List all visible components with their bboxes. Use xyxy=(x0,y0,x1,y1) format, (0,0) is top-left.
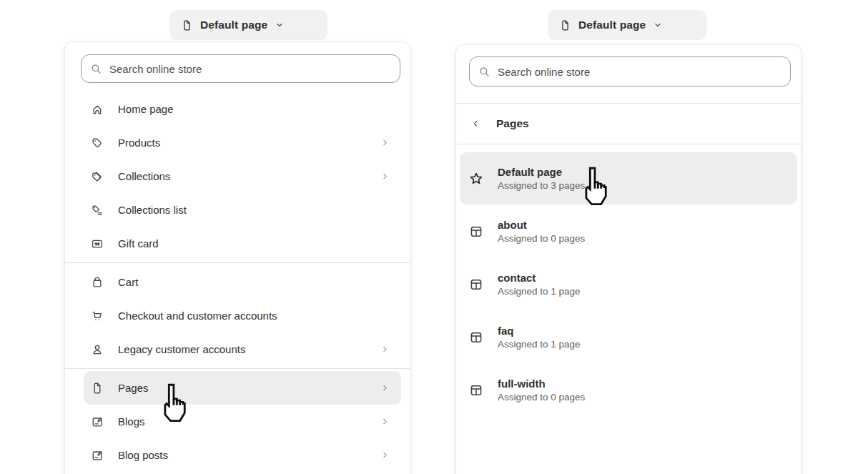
menu-item-label: Pages xyxy=(118,382,380,394)
collections-list-icon xyxy=(91,204,104,217)
item-title: Default page xyxy=(498,166,585,178)
dropdown-label: Default page xyxy=(200,19,267,31)
menu-item-label: Blogs xyxy=(118,415,380,428)
menu-item-pages[interactable]: Pages xyxy=(84,371,401,405)
page-icon xyxy=(91,382,104,395)
cart-icon xyxy=(91,310,104,322)
chevron-right-icon xyxy=(380,417,390,426)
default-page-dropdown-left[interactable]: Default page xyxy=(169,10,327,40)
search-input[interactable] xyxy=(498,66,781,78)
item-subtitle: Assigned to 0 pages xyxy=(498,392,585,403)
search-icon xyxy=(478,66,490,78)
search-input[interactable] xyxy=(109,63,391,75)
menu-item-label: Home page xyxy=(118,103,390,115)
item-title: contact xyxy=(498,272,581,284)
store-nav-popover: Home page Products Collections Collectio… xyxy=(64,41,410,474)
menu-item-gift-card[interactable]: Gift card xyxy=(84,227,401,260)
page-selector-screen: Default page Home page Products Collecti… xyxy=(0,0,868,474)
menu-item-legacy-customer-accounts[interactable]: Legacy customer accounts xyxy=(84,332,401,366)
tag-icon xyxy=(91,137,104,149)
menu-item-collections[interactable]: Collections xyxy=(84,159,401,193)
menu-item-label: Collections list xyxy=(118,204,390,216)
menu-divider xyxy=(65,368,410,369)
menu-item-collections-list[interactable]: Collections list xyxy=(84,193,401,227)
list-item-full-width[interactable]: full-width Assigned to 0 pages xyxy=(460,364,797,416)
subheader-title: Pages xyxy=(496,117,529,130)
pages-popover: Pages Default page Assigned to 3 pages a… xyxy=(455,44,802,474)
list-item-about[interactable]: about Assigned to 0 pages xyxy=(460,205,797,257)
list-item-faq[interactable]: faq Assigned to 1 page xyxy=(460,311,797,363)
item-subtitle: Assigned to 1 page xyxy=(498,286,581,297)
menu-item-blog-posts[interactable]: Blog posts xyxy=(84,438,401,472)
menu-item-label: Collections xyxy=(118,170,380,182)
item-title: about xyxy=(498,219,585,231)
chevron-right-icon xyxy=(380,172,390,181)
menu-item-label: Checkout and customer accounts xyxy=(118,310,390,322)
divider xyxy=(456,144,801,144)
search-box xyxy=(469,56,791,87)
menu-item-checkout[interactable]: Checkout and customer accounts xyxy=(84,299,401,332)
template-icon xyxy=(469,224,483,239)
menu-item-products[interactable]: Products xyxy=(84,126,401,159)
menu-item-cart[interactable]: Cart xyxy=(84,265,401,299)
collections-icon xyxy=(91,170,104,183)
chevron-down-icon xyxy=(275,20,285,30)
item-title: faq xyxy=(498,325,581,337)
page-icon xyxy=(181,19,193,31)
pages-subheader: Pages xyxy=(456,104,801,144)
item-subtitle: Assigned to 0 pages xyxy=(498,233,585,244)
template-icon xyxy=(469,277,483,292)
menu-item-label: Products xyxy=(118,137,380,149)
person-icon xyxy=(91,343,104,356)
dropdown-label: Default page xyxy=(578,19,646,31)
template-icon xyxy=(469,330,483,345)
menu-item-label: Blog posts xyxy=(118,449,380,461)
item-subtitle: Assigned to 3 pages xyxy=(498,180,585,191)
search-icon xyxy=(90,63,102,75)
item-title: full-width xyxy=(498,377,585,390)
chevron-right-icon xyxy=(380,450,390,460)
list-item-default-page[interactable]: Default page Assigned to 3 pages xyxy=(460,152,797,204)
default-page-dropdown-right[interactable]: Default page xyxy=(548,10,706,40)
bag-icon xyxy=(91,276,104,289)
gift-card-icon xyxy=(91,237,104,250)
chevron-right-icon xyxy=(380,138,390,147)
item-subtitle: Assigned to 1 page xyxy=(498,339,581,350)
menu-item-blogs[interactable]: Blogs xyxy=(84,405,401,438)
menu-item-label: Legacy customer accounts xyxy=(118,343,380,355)
menu-item-label: Gift card xyxy=(118,237,390,250)
blog-icon xyxy=(91,449,104,462)
store-nav-menu: Home page Products Collections Collectio… xyxy=(65,92,410,472)
chevron-left-icon[interactable] xyxy=(470,119,480,129)
template-icon xyxy=(469,383,483,398)
chevron-right-icon xyxy=(380,345,390,354)
menu-item-home-page[interactable]: Home page xyxy=(84,92,401,126)
blog-icon xyxy=(91,415,104,428)
chevron-right-icon xyxy=(380,383,390,392)
menu-divider xyxy=(65,262,410,263)
page-icon xyxy=(559,19,571,31)
chevron-down-icon xyxy=(653,20,663,30)
menu-item-label: Cart xyxy=(118,276,390,288)
home-icon xyxy=(91,103,104,116)
list-item-contact[interactable]: contact Assigned to 1 page xyxy=(460,258,797,310)
star-icon xyxy=(469,172,483,186)
search-box xyxy=(81,54,400,83)
pages-list: Default page Assigned to 3 pages about A… xyxy=(456,152,801,416)
